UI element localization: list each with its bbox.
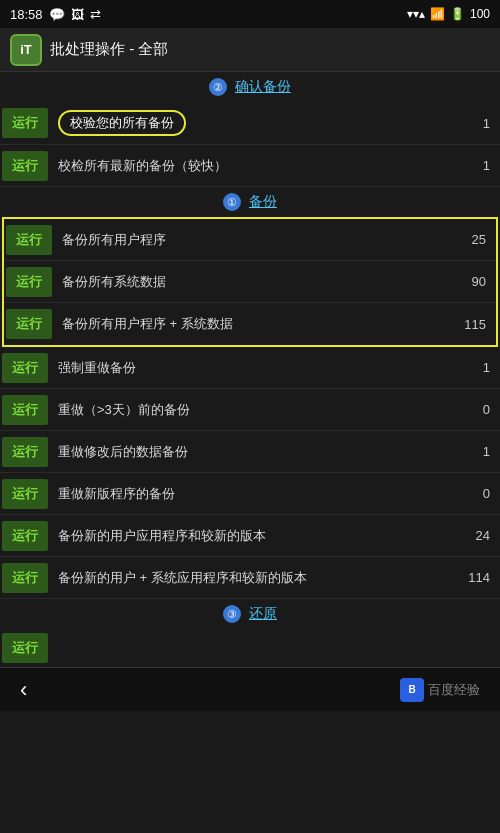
row-num-6: 1 xyxy=(464,360,500,375)
row-backup-user-programs: 运行 备份所有用户程序 25 xyxy=(4,219,496,261)
section-header-confirm: ② 确认备份 xyxy=(0,72,500,102)
wifi-icon: ▾▾▴ xyxy=(407,7,425,21)
row-redo-3days: 运行 重做（>3天）前的备份 0 xyxy=(0,389,500,431)
chat-icon: 💬 xyxy=(49,7,65,22)
row-text-10: 备份新的用户应用程序和较新的版本 xyxy=(50,523,464,549)
section-title-restore: 还原 xyxy=(249,605,277,621)
row-redo-new-version: 运行 重做新版程序的备份 0 xyxy=(0,473,500,515)
row-num-2: 1 xyxy=(464,158,500,173)
circle-num-2: ② xyxy=(209,78,227,96)
oval-highlight-text: 校验您的所有备份 xyxy=(58,110,186,136)
row-backup-user-system: 运行 备份所有用户程序 + 系统数据 115 xyxy=(4,303,496,345)
row-num-1: 1 xyxy=(464,116,500,131)
page-title: 批处理操作 - 全部 xyxy=(50,40,168,59)
baidu-logo: B xyxy=(400,678,424,702)
time: 18:58 xyxy=(10,7,43,22)
baidu-link[interactable]: B 百度经验 xyxy=(400,678,480,702)
run-button-7[interactable]: 运行 xyxy=(2,395,48,425)
row-backup-system-data: 运行 备份所有系统数据 90 xyxy=(4,261,496,303)
status-left: 18:58 💬 🖼 ⇄ xyxy=(10,7,101,22)
section-header-restore: ③ 还原 xyxy=(0,599,500,629)
row-num-5: 115 xyxy=(460,317,496,332)
row-num-8: 1 xyxy=(464,444,500,459)
row-text-5: 备份所有用户程序 + 系统数据 xyxy=(54,311,460,337)
back-button[interactable]: ‹ xyxy=(20,677,27,703)
bottom-nav: ‹ B 百度经验 xyxy=(0,667,500,711)
run-button-6[interactable]: 运行 xyxy=(2,353,48,383)
section-restore-partial: ③ 还原 运行 xyxy=(0,599,500,667)
battery-level: 100 xyxy=(470,7,490,21)
run-button-10[interactable]: 运行 xyxy=(2,521,48,551)
image-icon: 🖼 xyxy=(71,7,84,22)
run-button-9[interactable]: 运行 xyxy=(2,479,48,509)
row-text-2: 校检所有最新的备份（较快） xyxy=(50,153,464,179)
run-button-3[interactable]: 运行 xyxy=(6,225,52,255)
app-icon: iT xyxy=(10,34,42,66)
run-button-5[interactable]: 运行 xyxy=(6,309,52,339)
run-button-8[interactable]: 运行 xyxy=(2,437,48,467)
row-text-4: 备份所有系统数据 xyxy=(54,269,460,295)
network-icon: ⇄ xyxy=(90,7,101,22)
row-text-7: 重做（>3天）前的备份 xyxy=(50,397,464,423)
status-bar: 18:58 💬 🖼 ⇄ ▾▾▴ 📶 🔋 100 xyxy=(0,0,500,28)
row-force-redo: 运行 强制重做备份 1 xyxy=(0,347,500,389)
row-redo-modified: 运行 重做修改后的数据备份 1 xyxy=(0,431,500,473)
row-text-9: 重做新版程序的备份 xyxy=(50,481,464,507)
section-title-confirm: 确认备份 xyxy=(235,78,291,94)
row-num-3: 25 xyxy=(460,232,496,247)
row-text-8: 重做修改后的数据备份 xyxy=(50,439,464,465)
circle-num-3: ③ xyxy=(223,605,241,623)
baidu-label: 百度经验 xyxy=(428,681,480,699)
row-text-1: 校验您的所有备份 xyxy=(50,106,464,140)
section-confirm-backup: ② 确认备份 运行 校验您的所有备份 1 运行 校检所有最新的备份（较快） 1 xyxy=(0,72,500,187)
row-num-10: 24 xyxy=(464,528,500,543)
row-num-7: 0 xyxy=(464,402,500,417)
yellow-box-rows: 运行 备份所有用户程序 25 运行 备份所有系统数据 90 运行 备份所有用户程… xyxy=(2,217,498,347)
row-num-11: 114 xyxy=(464,570,500,585)
row-verify-latest: 运行 校检所有最新的备份（较快） 1 xyxy=(0,145,500,187)
section-header-backup: ① 备份 xyxy=(0,187,500,217)
status-right: ▾▾▴ 📶 🔋 100 xyxy=(407,7,490,21)
row-num-4: 90 xyxy=(460,274,496,289)
run-button-partial[interactable]: 运行 xyxy=(2,633,48,663)
partial-row: 运行 xyxy=(0,629,500,667)
battery-icon: 🔋 xyxy=(450,7,465,21)
row-text-3: 备份所有用户程序 xyxy=(54,227,460,253)
row-backup-new-user-system-apps: 运行 备份新的用户 + 系统应用程序和较新的版本 114 xyxy=(0,557,500,599)
run-button-4[interactable]: 运行 xyxy=(6,267,52,297)
run-button-1[interactable]: 运行 xyxy=(2,108,48,138)
row-backup-new-user-apps: 运行 备份新的用户应用程序和较新的版本 24 xyxy=(0,515,500,557)
title-bar: iT 批处理操作 - 全部 xyxy=(0,28,500,72)
section-backup: ① 备份 运行 备份所有用户程序 25 运行 备份所有系统数据 90 运行 备份… xyxy=(0,187,500,599)
run-button-2[interactable]: 运行 xyxy=(2,151,48,181)
row-verify-all-backups: 运行 校验您的所有备份 1 xyxy=(0,102,500,145)
run-button-11[interactable]: 运行 xyxy=(2,563,48,593)
signal-icon: 📶 xyxy=(430,7,445,21)
section-title-backup: 备份 xyxy=(249,193,277,209)
row-text-6: 强制重做备份 xyxy=(50,355,464,381)
circle-num-1: ① xyxy=(223,193,241,211)
row-num-9: 0 xyxy=(464,486,500,501)
row-text-11: 备份新的用户 + 系统应用程序和较新的版本 xyxy=(50,565,464,591)
